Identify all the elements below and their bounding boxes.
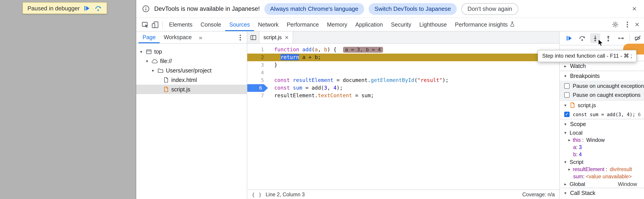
tab-console[interactable]: Console — [196, 18, 225, 31]
code-line: 5const resultElement = document.getEleme… — [247, 77, 559, 84]
tree-item-script-js[interactable]: script.js — [136, 85, 247, 94]
tab-security[interactable]: Security — [387, 18, 415, 31]
breakpoints-section-header[interactable]: ▾ Breakpoints — [560, 71, 644, 81]
notification-close-icon[interactable]: × — [630, 5, 638, 13]
scope-variable-resultelement[interactable]: ▸resultElement:div#result — [560, 166, 644, 173]
line-number[interactable]: 4 — [247, 69, 268, 77]
call-stack-title: Call Stack — [570, 190, 596, 196]
line-number[interactable]: 2 — [247, 54, 268, 61]
navigator-tab-workspace[interactable]: Workspace — [160, 32, 196, 43]
checkbox[interactable] — [564, 92, 570, 98]
step-over-button[interactable] — [577, 33, 587, 43]
scope-group-local[interactable]: ▾Local — [560, 129, 644, 136]
scope-title: Scope — [570, 121, 586, 127]
code-text: return a + b; — [268, 54, 321, 61]
scope-section-header[interactable]: ▾ Scope — [560, 119, 644, 129]
tab-lighthouse[interactable]: Lighthouse — [415, 18, 451, 31]
chevron-down-icon: ▾ — [150, 68, 155, 73]
editor-statusbar: { } Line 2, Column 3 Coverage: n/a — [247, 189, 559, 199]
close-tab-icon[interactable]: × — [285, 34, 288, 41]
tab-network[interactable]: Network — [254, 18, 283, 31]
step-into-tooltip: Step into next function call - F11 - ⌘ ; — [538, 50, 636, 62]
colon: : — [576, 144, 578, 150]
call-stack-section-header[interactable]: ▾ Call Stack — [560, 188, 644, 198]
chevron-right-icon: ▸ — [563, 182, 567, 186]
checkbox[interactable] — [564, 83, 570, 89]
deactivate-breakpoints-button[interactable] — [633, 33, 643, 43]
tab-performance[interactable]: Performance — [282, 18, 323, 31]
scope-variable-this[interactable]: ▸this:Window — [560, 136, 644, 144]
editor-tab-script-js[interactable]: script.js × — [260, 32, 293, 43]
pause-option-pause-on-caught-exceptions[interactable]: Pause on caught exceptions — [560, 91, 644, 100]
more-tabs-chevron[interactable]: » — [196, 34, 205, 41]
tab-label: Performance insights — [455, 21, 508, 28]
tree-item-users-user-project[interactable]: ▾Users/user/project — [136, 66, 247, 75]
line-number[interactable]: 5 — [247, 77, 268, 84]
devtools-tabbar: ElementsConsoleSourcesNetworkPerformance… — [136, 18, 644, 32]
close-devtools-icon[interactable]: × — [635, 21, 639, 28]
pause-option-pause-on-uncaught-exceptions[interactable]: Pause on uncaught exceptions — [560, 82, 644, 91]
breakpoint-entry[interactable]: ✓const sum = add(3, 4);6 — [560, 109, 644, 119]
notification-button-switch-devtools-to-japanese[interactable]: Switch DevTools to Japanese — [369, 3, 457, 15]
variable-name: b — [573, 152, 576, 157]
step-out-button[interactable] — [603, 33, 613, 43]
code-line: 7resultElement.textContent = sum; — [247, 92, 559, 100]
tree-item-label: file:// — [160, 58, 172, 64]
device-toolbar-icon[interactable] — [150, 21, 160, 28]
screen: Paused in debugger DevTools is now avail… — [0, 0, 644, 199]
step-button[interactable] — [616, 33, 626, 43]
toggle-navigator-icon[interactable] — [247, 32, 260, 43]
scope-content: ▾Local▸this:Windowa:3b:4▾Script▸resultEl… — [560, 129, 644, 188]
editor-tab-label: script.js — [264, 34, 282, 41]
tab-sources[interactable]: Sources — [225, 18, 254, 31]
code-line: 1function add(a, b) {a = 3, b = 4 — [247, 46, 559, 54]
breakpoint-marker[interactable]: 6 — [247, 84, 268, 92]
scope-group-script[interactable]: ▾Script — [560, 158, 644, 166]
kebab-menu-icon[interactable] — [627, 24, 628, 25]
scope-group-label: Local — [570, 129, 582, 136]
breakpoint-file-group[interactable]: ▾ script.js — [560, 100, 644, 109]
toolbar-separator — [630, 35, 630, 42]
chevron-down-icon: ▾ — [563, 103, 567, 107]
chevron-down-icon: ▾ — [563, 130, 567, 135]
tab-memory[interactable]: Memory — [323, 18, 351, 31]
code-editor[interactable]: 1function add(a, b) {a = 3, b = 42 retur… — [247, 44, 559, 189]
line-number[interactable]: 1 — [247, 46, 268, 54]
inspect-icon[interactable] — [140, 21, 150, 28]
variable-name: this — [573, 137, 581, 143]
navigator-kebab-icon[interactable] — [236, 37, 244, 38]
variable-name: sum — [573, 174, 583, 179]
tab-elements[interactable]: Elements — [165, 18, 196, 31]
line-number[interactable]: 3 — [247, 61, 268, 69]
colon: : — [583, 174, 584, 179]
watch-section-header[interactable]: ▸ Watch — [560, 61, 644, 71]
navigator-tab-page[interactable]: Page — [138, 32, 160, 43]
notification-button-always-match-chrome-s-language[interactable]: Always match Chrome's language — [264, 3, 364, 15]
tab-performance-insights[interactable]: Performance insights — [451, 18, 520, 31]
notification-button-don-t-show-again[interactable]: Don't show again — [461, 3, 518, 15]
code-line: 6const sum = add(3, 4); — [247, 84, 559, 92]
notification-buttons: Always match Chrome's languageSwitch Dev… — [264, 3, 518, 15]
tab-label: Network — [258, 21, 279, 28]
notification-message: DevTools is now available in Japanese! — [154, 6, 260, 12]
tree-item-index-html[interactable]: index.html — [136, 75, 247, 85]
tab-label: Lighthouse — [419, 21, 447, 28]
scope-group-global[interactable]: ▸GlobalWindow — [560, 180, 644, 188]
tab-application[interactable]: Application — [351, 18, 387, 31]
tree-item-label: index.html — [171, 77, 197, 83]
pretty-print-icon[interactable]: { } — [252, 191, 262, 197]
resume-button[interactable] — [564, 33, 574, 43]
tree-item-file[interactable]: ▾file:// — [136, 56, 247, 66]
js-file-icon — [570, 102, 576, 108]
resume-script-button[interactable] — [84, 5, 90, 12]
step-over-button[interactable] — [95, 5, 102, 12]
tree-item-top[interactable]: ▾top — [136, 47, 247, 56]
line-number[interactable]: 7 — [247, 92, 268, 100]
frame-icon — [146, 48, 152, 55]
code-text: const resultElement = document.getElemen… — [268, 77, 449, 84]
tab-label: Application — [356, 21, 383, 28]
settings-gear-icon[interactable] — [610, 21, 620, 28]
breakpoint-checkbox[interactable]: ✓ — [564, 111, 570, 117]
coverage-status: Coverage: n/a — [522, 192, 555, 197]
inline-values-badge: a = 3, b = 4 — [343, 47, 383, 53]
